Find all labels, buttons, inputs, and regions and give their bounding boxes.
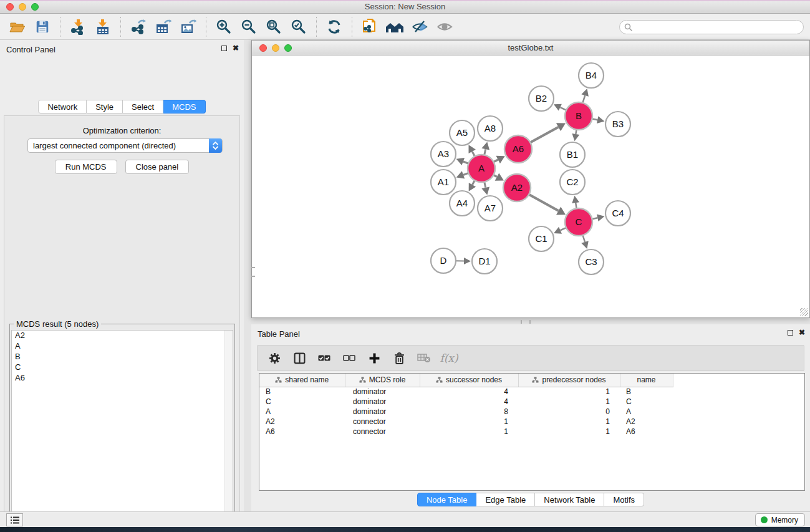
graph-node-C[interactable]: C	[565, 208, 592, 236]
graph-node-B1[interactable]: B1	[560, 142, 585, 167]
tab-edge-table[interactable]: Edge Table	[476, 493, 535, 506]
graph-node-C2[interactable]: C2	[560, 170, 585, 195]
graph-edge-A6-B[interactable]	[530, 127, 558, 143]
table-settings-button[interactable]	[266, 350, 282, 366]
graph-node-A4[interactable]: A4	[450, 191, 475, 216]
graph-node-B4[interactable]: B4	[579, 63, 604, 88]
list-item[interactable]: A	[12, 341, 233, 352]
column-header-predecessor-nodes[interactable]: predecessor nodes	[518, 374, 620, 387]
refresh-layout-button[interactable]	[322, 16, 347, 38]
show-panel-button[interactable]	[432, 16, 457, 38]
tab-network[interactable]: Network	[38, 100, 87, 114]
select-all-button[interactable]	[316, 350, 332, 366]
graph-node-A8[interactable]: A8	[478, 116, 503, 141]
splitter-handle[interactable]	[521, 320, 531, 324]
graph-node-B[interactable]: B	[565, 102, 592, 130]
graph-node-C4[interactable]: C4	[605, 201, 630, 226]
zoom-selected-button[interactable]	[286, 16, 311, 38]
graph-node-A1[interactable]: A1	[431, 170, 456, 195]
graph-edge-A-A1[interactable]	[463, 173, 468, 175]
graph-node-D[interactable]: D	[431, 248, 456, 273]
column-header-shared-name[interactable]: shared name	[259, 374, 345, 387]
splitter-handle[interactable]	[251, 267, 255, 277]
graph-node-C1[interactable]: C1	[529, 226, 554, 251]
export-table-button[interactable]	[151, 16, 176, 38]
column-header-name[interactable]: name	[620, 374, 673, 387]
memory-button[interactable]: Memory	[755, 513, 805, 526]
graph-node-A7[interactable]: A7	[478, 196, 503, 221]
graph-node-A[interactable]: A	[468, 155, 495, 182]
import-table-button[interactable]	[90, 16, 115, 38]
export-network-button[interactable]	[126, 16, 151, 38]
delete-table-button[interactable]	[416, 350, 432, 366]
list-item[interactable]: B	[12, 352, 233, 362]
list-item[interactable]: C	[12, 362, 233, 373]
graph-node-A3[interactable]: A3	[431, 142, 456, 167]
close-panel-icon[interactable]: ✖	[233, 45, 239, 51]
zoom-out-button[interactable]	[236, 16, 261, 38]
table-row[interactable]: Bdominator41B	[259, 387, 673, 397]
deselect-all-button[interactable]	[341, 350, 357, 366]
graph-node-C3[interactable]: C3	[579, 249, 604, 274]
tab-mcds[interactable]: MCDS	[163, 100, 205, 114]
save-session-button[interactable]	[30, 16, 55, 38]
add-column-button[interactable]	[366, 350, 382, 366]
column-header-mcds-role[interactable]: MCDS role	[345, 374, 420, 387]
close-panel-icon[interactable]: ✖	[799, 329, 805, 336]
graph-edge-C-C1[interactable]	[561, 228, 566, 230]
scrollbar[interactable]	[224, 331, 233, 532]
delete-column-button[interactable]	[391, 350, 407, 366]
graph-node-B3[interactable]: B3	[605, 112, 630, 137]
graph-edge-C-C2[interactable]	[576, 203, 576, 208]
tab-select[interactable]: Select	[123, 100, 163, 114]
graph-edge-C-C4[interactable]	[592, 218, 597, 219]
graph-node-D1[interactable]: D1	[472, 249, 497, 274]
graph-edge-A-A5[interactable]	[472, 152, 475, 157]
graph-edge-B-B4[interactable]	[582, 95, 585, 103]
graph-edge-A2-C[interactable]	[529, 195, 558, 211]
tab-motifs[interactable]: Motifs	[604, 493, 644, 506]
network-window-titlebar[interactable]: testGlobe.txt	[252, 41, 809, 56]
column-header-successor-nodes[interactable]: successor nodes	[420, 374, 518, 387]
task-history-button[interactable]	[6, 513, 23, 526]
import-network-button[interactable]	[65, 16, 90, 38]
window-top-edge	[0, 0, 810, 1]
float-panel-icon[interactable]	[221, 46, 227, 51]
duplicate-network-button[interactable]	[357, 16, 382, 38]
show-columns-button[interactable]	[291, 350, 307, 366]
table-row[interactable]: Cdominator41C	[259, 397, 673, 407]
search-input[interactable]	[635, 21, 798, 33]
graph-node-B2[interactable]: B2	[529, 86, 554, 111]
graph-node-A5[interactable]: A5	[450, 120, 475, 145]
apply-function-button[interactable]: f(x)	[441, 350, 457, 366]
graph-edge-C-C3[interactable]	[583, 235, 585, 242]
graph-edge-B-B3[interactable]	[592, 118, 598, 120]
resize-grip-icon[interactable]	[800, 308, 808, 316]
home-button[interactable]	[382, 16, 407, 38]
graph-node-A2[interactable]: A2	[503, 174, 531, 201]
zoom-in-button[interactable]	[211, 16, 236, 38]
close-panel-button[interactable]: Close panel	[125, 160, 190, 174]
tab-style[interactable]: Style	[87, 100, 123, 114]
graph-edge-B-B2[interactable]	[560, 107, 566, 110]
list-item[interactable]: A6	[12, 373, 233, 384]
hide-panel-button[interactable]	[407, 16, 432, 38]
table-row[interactable]: A6connector11A6	[259, 427, 673, 437]
network-canvas[interactable]: AA1A2A3A4A5A6A7A8BB1B2B3B4CC1C2C3C4DD1	[252, 56, 809, 317]
table-row[interactable]: A2connector11A2	[259, 417, 673, 427]
float-panel-icon[interactable]	[788, 330, 793, 336]
graph-edge-A-A7[interactable]	[485, 181, 486, 187]
run-mcds-button[interactable]: Run MCDS	[55, 160, 117, 174]
list-item[interactable]: A2	[12, 331, 233, 341]
tab-network-table[interactable]: Network Table	[535, 493, 604, 506]
export-image-button[interactable]	[176, 16, 201, 38]
tab-node-table[interactable]: Node Table	[417, 493, 477, 506]
open-session-button[interactable]	[5, 16, 30, 38]
table-row[interactable]: Adominator80A	[259, 407, 673, 417]
graph-edge-A-A8[interactable]	[485, 149, 486, 155]
zoom-fit-button[interactable]	[261, 16, 286, 38]
main-toolbar	[0, 14, 810, 40]
optimization-criterion-dropdown[interactable]: largest connected component (directed)	[27, 138, 223, 153]
graph-edge-A-A3[interactable]	[463, 162, 469, 163]
graph-node-A6[interactable]: A6	[504, 135, 532, 163]
